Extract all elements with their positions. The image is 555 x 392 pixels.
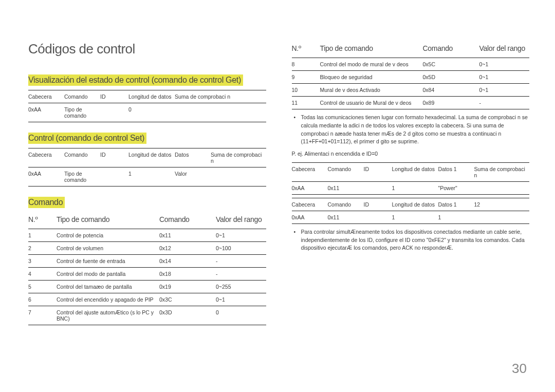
section-get-heading: Visualización del estado de control (com… (28, 74, 243, 86)
cell: 2 (28, 242, 57, 255)
cell (100, 103, 128, 122)
cell: 0xAA (292, 211, 328, 223)
cell: 0xAA (292, 181, 328, 194)
col-header: Cabecera (28, 90, 64, 103)
col-header: Datos 1 (438, 162, 474, 181)
col-header: Comando (159, 215, 216, 223)
table-row: 9Bloqueo de seguridad0x5D0~1 (292, 71, 530, 84)
col-header: N.º (28, 215, 57, 223)
cell: 0xAA (28, 103, 64, 122)
table-commands-right: 8Control del modo de mural de v deos0x5C… (292, 58, 530, 109)
cell: 1 (392, 181, 438, 194)
col-header: Datos (175, 148, 211, 167)
col-header: Tipo de comando (57, 215, 159, 223)
cell: 0x11 (159, 229, 216, 242)
table-commands-left: 1Control de potencia0x110~12Control de v… (28, 229, 266, 325)
cell: 1 (128, 167, 175, 186)
cell (100, 167, 128, 186)
note-broadcast: Para controlar simultÆneamente todos los… (292, 228, 530, 252)
cell: 0x12 (159, 242, 216, 255)
cell: 0x5D (423, 71, 479, 84)
cell: 0x3D (159, 306, 216, 325)
cell: 0~1 (216, 229, 266, 242)
cell: - (216, 255, 266, 268)
table-row: 7Control del ajuste automÆtico (s lo PC … (28, 306, 266, 325)
cell: 11 (292, 97, 320, 109)
col-header: ID (364, 198, 392, 211)
cell (474, 211, 530, 223)
col-header: Suma de comprobaci n (175, 90, 266, 103)
col-header: Longitud de datos (128, 90, 175, 103)
table-row: 10Mural de v deos Activado0x840~1 (292, 84, 530, 97)
cell: 0x19 (159, 281, 216, 293)
table-row: 8Control del modo de mural de v deos0x5C… (292, 58, 530, 71)
cell (474, 181, 530, 194)
cell: 0~100 (216, 242, 266, 255)
col-header: Datos 1 (438, 198, 474, 211)
cell: 0x14 (159, 255, 216, 268)
cell: 5 (28, 281, 57, 293)
cell: Control del ajuste automÆtico (s lo PC y… (57, 306, 159, 325)
cell: Control de potencia (57, 229, 159, 242)
note-checksum: Todas las comunicaciones tienen lugar co… (292, 114, 530, 146)
cell: Control del modo de pantalla (57, 268, 159, 281)
cell: Control del modo de mural de v deos (320, 58, 423, 71)
page-number: 30 (512, 361, 527, 377)
col-header: 12 (474, 198, 530, 211)
table-get: Cabecera Comando ID Longitud de datos Su… (28, 90, 266, 122)
cell: 0x11 (328, 181, 364, 194)
cell: 10 (292, 84, 320, 97)
section-comando-heading: Comando (28, 197, 65, 208)
section-set-heading: Control (comando de control Set) (28, 133, 146, 144)
col-header: Longitud de datos (392, 162, 438, 181)
cell: 0x3C (159, 293, 216, 306)
cell: 0x5C (423, 58, 479, 71)
table-example-2: Cabecera Comando ID Longitud de datos Da… (292, 198, 530, 224)
cell: 0xAA (28, 167, 64, 186)
cell: Control de volumen (57, 242, 159, 255)
cell: 0x84 (423, 84, 479, 97)
cmd-subheader-right: N.º Tipo de comando Comando Valor del ra… (292, 41, 530, 58)
table-row: 1Control de potencia0x110~1 (28, 229, 266, 242)
cell (364, 181, 392, 194)
cell: - (479, 97, 530, 109)
cell: 8 (292, 58, 320, 71)
cell: 3 (28, 255, 57, 268)
col-header: N.º (292, 44, 320, 52)
col-header: Valor del rango (479, 44, 525, 52)
col-header: Longitud de datos (128, 148, 175, 167)
cell: Valor (175, 167, 211, 186)
cell: 7 (28, 306, 57, 325)
cell: 0~1 (479, 58, 530, 71)
table-row: 11Control de usuario de Mural de v deos0… (292, 97, 530, 109)
table-row: 2Control de volumen0x120~100 (28, 242, 266, 255)
col-header: ID (100, 90, 128, 103)
col-header: Cabecera (292, 162, 328, 181)
cell: "Power" (438, 181, 474, 194)
col-header: Longitud de datos (392, 198, 438, 211)
cell: Tipo de comando (64, 167, 100, 186)
col-header: ID (364, 162, 392, 181)
cell: Tipo de comando (64, 103, 100, 122)
cell: Mural de v deos Activado (320, 84, 423, 97)
cell (175, 103, 266, 122)
cell: 0~1 (479, 84, 530, 97)
cell: - (216, 268, 266, 281)
page-title: Códigos de control (28, 41, 266, 57)
table-example-1: Cabecera Comando ID Longitud de datos Da… (292, 162, 530, 195)
example-label: P. ej. Alimentaci n encendida e ID=0 (292, 150, 530, 158)
table-row: 6Control del encendido y apagado de PIP0… (28, 293, 266, 306)
cell: 1 (392, 211, 438, 223)
cell: 0 (128, 103, 175, 122)
cell: 1 (438, 211, 474, 223)
col-header: Tipo de comando (320, 44, 423, 52)
col-header: Valor del rango (216, 215, 262, 223)
cell: 0~1 (216, 293, 266, 306)
cmd-subheader: N.º Tipo de comando Comando Valor del ra… (28, 212, 266, 229)
cell: 9 (292, 71, 320, 84)
col-header: Suma de comprobaci n (211, 148, 266, 167)
col-header: Cabecera (28, 148, 64, 167)
col-header: ID (100, 148, 128, 167)
cell: 6 (28, 293, 57, 306)
cell: 0 (216, 306, 266, 325)
